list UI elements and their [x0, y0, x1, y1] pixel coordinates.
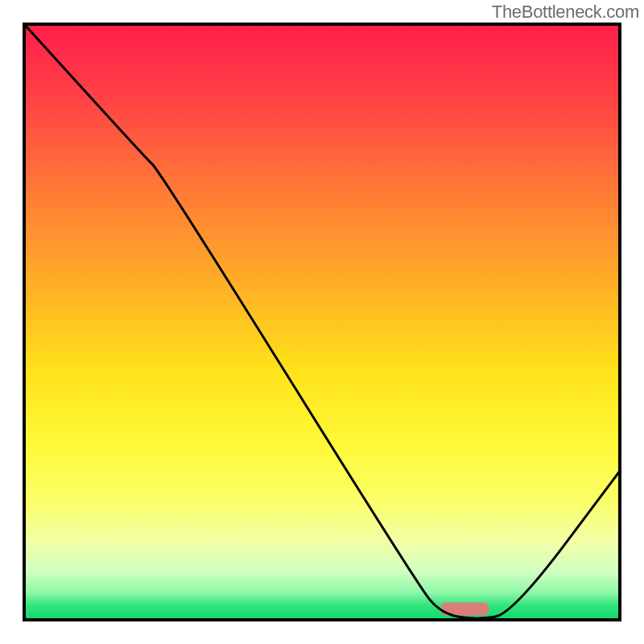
chart-frame: TheBottleneck.com: [0, 0, 644, 644]
watermark-text: TheBottleneck.com: [492, 2, 639, 23]
gradient-background: [24, 24, 620, 620]
bottleneck-chart: [0, 0, 644, 644]
